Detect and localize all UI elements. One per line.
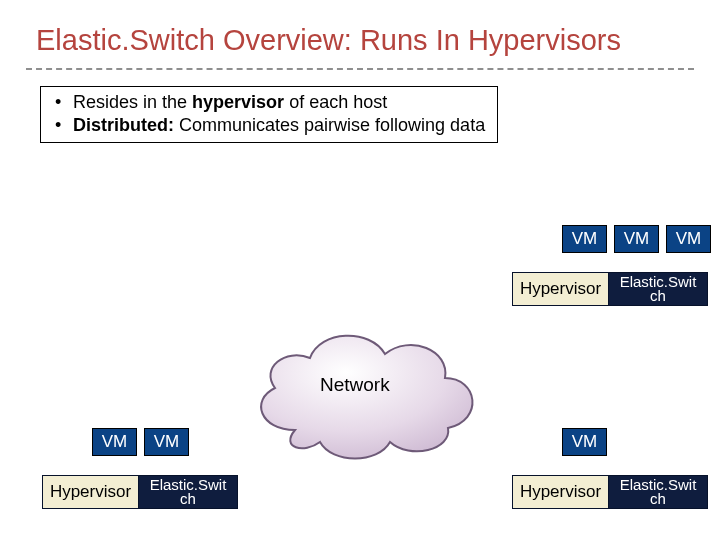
bullet-1: • Resides in the hypervisor of each host bbox=[53, 91, 485, 114]
bullet-1-post: of each host bbox=[284, 92, 387, 112]
title-divider bbox=[26, 68, 694, 70]
bullet-dot: • bbox=[53, 114, 73, 137]
vm-box: VM bbox=[614, 225, 659, 253]
es-line-2: ch bbox=[650, 492, 666, 506]
vm-box: VM bbox=[144, 428, 189, 456]
vm-box: VM bbox=[666, 225, 711, 253]
elastic-switch-label: Elastic.Swit ch bbox=[609, 476, 707, 508]
bullet-1-pre: Resides in the bbox=[73, 92, 192, 112]
bullet-2-text: Distributed: Communicates pairwise follo… bbox=[73, 114, 485, 137]
hypervisor-box: Hypervisor Elastic.Swit ch bbox=[42, 475, 238, 509]
hypervisor-label: Hypervisor bbox=[43, 476, 139, 508]
elastic-switch-label: Elastic.Swit ch bbox=[609, 273, 707, 305]
hypervisor-box: Hypervisor Elastic.Swit ch bbox=[512, 272, 708, 306]
bullet-1-strong: hypervisor bbox=[192, 92, 284, 112]
network-label: Network bbox=[320, 374, 390, 396]
hypervisor-label: Hypervisor bbox=[513, 476, 609, 508]
page-title: Elastic.Switch Overview: Runs In Hypervi… bbox=[36, 24, 621, 57]
bullet-dot: • bbox=[53, 91, 73, 114]
bullet-1-text: Resides in the hypervisor of each host bbox=[73, 91, 387, 114]
vm-box: VM bbox=[562, 428, 607, 456]
bullet-box: • Resides in the hypervisor of each host… bbox=[40, 86, 498, 143]
hypervisor-box: Hypervisor Elastic.Swit ch bbox=[512, 475, 708, 509]
vm-box: VM bbox=[92, 428, 137, 456]
bullet-2: • Distributed: Communicates pairwise fol… bbox=[53, 114, 485, 137]
hypervisor-label: Hypervisor bbox=[513, 273, 609, 305]
bullet-2-strong: Distributed: bbox=[73, 115, 174, 135]
vm-box: VM bbox=[562, 225, 607, 253]
es-line-2: ch bbox=[650, 289, 666, 303]
bullet-2-post: Communicates pairwise following data bbox=[174, 115, 485, 135]
elastic-switch-label: Elastic.Swit ch bbox=[139, 476, 237, 508]
es-line-2: ch bbox=[180, 492, 196, 506]
